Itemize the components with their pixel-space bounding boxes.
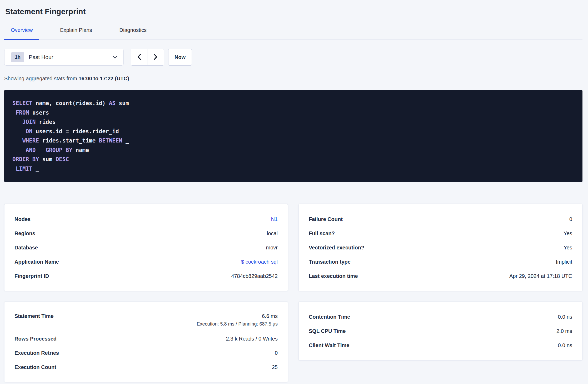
time-range-dropdown[interactable]: 1h Past Hour (4, 49, 124, 66)
chevron-left-icon (137, 54, 141, 61)
row-value: 4784cb829aab2542 (231, 273, 278, 279)
sql-keyword: ON (26, 128, 32, 135)
time-controls: 1h Past Hour Now (4, 49, 582, 66)
sql-keyword: SELECT (12, 100, 32, 106)
sql-text: rides (36, 119, 56, 125)
row-label: Last execution time (309, 273, 358, 279)
sql-keyword: GROUP BY (46, 147, 72, 153)
sql-text: sum (39, 156, 56, 163)
sql-text (12, 166, 16, 172)
row-label: Failure Count (309, 216, 343, 222)
sql-text (12, 137, 22, 144)
row-label: Fingerprint ID (14, 273, 49, 279)
row-value: 6.6 ms (197, 313, 278, 319)
row-label: Application Name (14, 259, 59, 265)
next-time-button[interactable] (147, 49, 164, 65)
row-contention-time: Contention Time 0.0 ns (309, 310, 572, 324)
row-value: 0 (569, 216, 572, 222)
row-value: movr (266, 245, 278, 251)
sql-line: ORDER BY sum DESC (12, 155, 572, 164)
row-database: Database movr (14, 240, 278, 255)
sql-text (12, 128, 26, 135)
row-value: 2.3 k Reads / 0 Writes (226, 336, 278, 342)
sql-text: _ (32, 166, 39, 172)
row-execution-retries: Execution Retries 0 (14, 346, 278, 360)
sql-keyword: FROM (16, 110, 29, 116)
sql-text: _ (36, 147, 46, 153)
page-title: Statement Fingerprint (5, 7, 582, 16)
statement-details-card: Nodes N1 Regions local Database movr App… (4, 204, 288, 291)
row-label: Regions (14, 230, 35, 237)
row-value-block: 6.6 ms Execution: 5.8 ms / Planning: 687… (197, 310, 278, 327)
time-range-label: Past Hour (29, 54, 53, 60)
row-label: Statement Time (14, 310, 54, 319)
row-value: Yes (564, 245, 572, 251)
sql-statement-box: SELECT name, count(rides.id) AS sum FROM… (4, 90, 582, 182)
row-execution-count: Execution Count 25 (14, 360, 278, 374)
application-name-link[interactable]: $ cockroach sql (241, 259, 278, 265)
sql-text: sum (116, 100, 129, 106)
row-value: 25 (272, 364, 278, 370)
row-last-execution-time: Last execution time Apr 29, 2024 at 17:1… (309, 269, 572, 283)
row-regions: Regions local (14, 226, 278, 240)
row-label: Rows Processed (14, 336, 57, 342)
row-value: 0.0 ns (558, 342, 572, 348)
now-button[interactable]: Now (168, 49, 192, 66)
row-value: 0.0 ns (558, 314, 572, 320)
stats-cards-row: Statement Time 6.6 ms Execution: 5.8 ms … (4, 302, 582, 382)
sql-text: _ (122, 137, 129, 144)
aggregated-stats-range: 16:00 to 17:22 (UTC) (78, 76, 129, 81)
row-value: Apr 29, 2024 at 17:18 UTC (509, 273, 572, 279)
row-label: Contention Time (309, 314, 350, 320)
tab-explain-plans[interactable]: Explain Plans (53, 27, 98, 40)
wait-times-card: Contention Time 0.0 ns SQL CPU Time 2.0 … (298, 302, 582, 361)
row-application-name: Application Name $ cockroach sql (14, 255, 278, 269)
row-transaction-type: Transaction type Implicit (309, 255, 572, 269)
execution-attributes-card: Failure Count 0 Full scan? Yes Vectorize… (298, 204, 582, 291)
row-statement-time: Statement Time 6.6 ms Execution: 5.8 ms … (14, 310, 278, 332)
row-value: Implicit (556, 259, 572, 265)
chevron-right-icon (153, 54, 158, 61)
row-client-wait-time: Client Wait Time 0.0 ns (309, 338, 572, 352)
sql-keyword: WHERE (22, 137, 39, 144)
row-failure-count: Failure Count 0 (309, 212, 572, 226)
row-label: Client Wait Time (309, 342, 349, 348)
row-label: Vectorized execution? (309, 245, 364, 251)
statement-times-card: Statement Time 6.6 ms Execution: 5.8 ms … (4, 302, 288, 382)
sql-text (12, 119, 22, 125)
row-value: Yes (564, 230, 572, 237)
sql-line: FROM users (12, 108, 572, 118)
summary-cards-row: Nodes N1 Regions local Database movr App… (4, 204, 582, 291)
row-value: 0 (275, 350, 278, 356)
time-range-badge: 1h (11, 52, 24, 62)
row-label: SQL CPU Time (309, 328, 346, 334)
row-label: Execution Count (14, 364, 56, 370)
chevron-down-icon (112, 56, 118, 59)
prev-time-button[interactable] (131, 49, 147, 65)
sql-text: rides.start_time (39, 137, 99, 144)
sql-keyword: ORDER BY (12, 156, 39, 163)
tab-overview[interactable]: Overview (4, 27, 39, 40)
row-sql-cpu-time: SQL CPU Time 2.0 ms (309, 324, 572, 338)
row-vectorized-execution: Vectorized execution? Yes (309, 240, 572, 255)
sql-text (12, 110, 16, 116)
nodes-link[interactable]: N1 (271, 216, 278, 222)
sql-line: JOIN rides (12, 117, 572, 127)
sql-keyword: LIMIT (16, 166, 32, 172)
sql-keyword: JOIN (22, 119, 36, 125)
sql-line: SELECT name, count(rides.id) AS sum (12, 99, 572, 108)
sql-line: AND _ GROUP BY name (12, 146, 572, 155)
sql-text: name, count(rides.id) (32, 100, 109, 106)
row-value: 2.0 ms (556, 328, 572, 334)
sql-line: LIMIT _ (12, 164, 572, 174)
sql-text (12, 147, 26, 153)
row-value: local (267, 230, 278, 237)
time-pager (131, 49, 164, 66)
tab-diagnostics[interactable]: Diagnostics (113, 27, 153, 40)
sql-keyword: AND (26, 147, 36, 153)
row-label: Execution Retries (14, 350, 59, 356)
sql-keyword: AS (109, 100, 116, 106)
page-container: Statement Fingerprint Overview Explain P… (0, 7, 588, 382)
sql-keyword: BETWEEN (99, 137, 122, 144)
aggregated-stats-text: Showing aggregated stats from 16:00 to 1… (4, 76, 582, 82)
